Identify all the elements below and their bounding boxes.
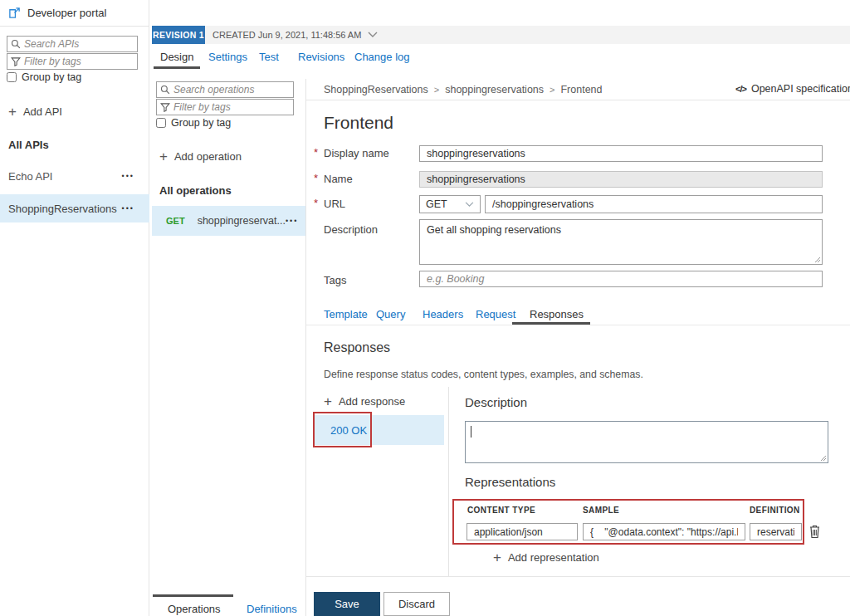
search-apis-input[interactable] bbox=[24, 38, 134, 50]
responses-subtitle: Define response status codes, content ty… bbox=[324, 369, 643, 380]
developer-portal-label: Developer portal bbox=[27, 7, 106, 19]
subtab-divider bbox=[306, 325, 850, 325]
filter-apis-input[interactable] bbox=[24, 56, 134, 67]
content-type-input[interactable] bbox=[467, 523, 578, 540]
column-header-sample: SAMPLE bbox=[583, 506, 619, 515]
add-representation-label: Add representation bbox=[508, 551, 599, 564]
responses-vertical-divider bbox=[448, 387, 449, 577]
definition-input[interactable] bbox=[750, 523, 802, 540]
developer-portal-link[interactable]: Developer portal bbox=[8, 7, 106, 19]
filter-operations-input[interactable] bbox=[173, 101, 290, 113]
group-by-tag-row: Group by tag bbox=[7, 71, 81, 83]
revision-created-bar[interactable]: CREATED Jun 9, 2021, 11:48:56 AM bbox=[205, 26, 850, 44]
tab-revisions[interactable]: Revisions bbox=[298, 51, 344, 63]
add-operation-button[interactable]: + Add operation bbox=[159, 149, 242, 164]
tab-settings[interactable]: Settings bbox=[208, 51, 247, 63]
tab-change-log[interactable]: Change log bbox=[354, 51, 410, 63]
filter-icon bbox=[160, 102, 170, 112]
subtab-template[interactable]: Template bbox=[324, 308, 368, 320]
plus-icon: + bbox=[493, 550, 501, 565]
response-description-textarea[interactable] bbox=[465, 421, 828, 463]
url-label: URL bbox=[324, 198, 345, 210]
page-title: Frontend bbox=[324, 113, 393, 133]
tags-input[interactable] bbox=[419, 271, 823, 287]
description-label: Description bbox=[324, 223, 378, 236]
revision-created-text: CREATED Jun 9, 2021, 11:48:56 AM bbox=[212, 30, 361, 40]
all-apis-heading: All APIs bbox=[8, 139, 49, 151]
search-apis-box bbox=[7, 36, 138, 52]
required-marker: * bbox=[314, 146, 318, 159]
subtab-responses[interactable]: Responses bbox=[530, 308, 584, 320]
add-api-button[interactable]: + Add API bbox=[8, 105, 62, 119]
operations-footer-active-bar bbox=[153, 594, 233, 597]
revision-badge: REVISION 1 bbox=[152, 26, 205, 44]
add-representation-button[interactable]: + Add representation bbox=[493, 550, 599, 565]
api-list-item-echo[interactable]: Echo API ••• bbox=[0, 164, 149, 188]
openapi-link-label: OpenAPI specification View bbox=[751, 83, 850, 95]
plus-icon: + bbox=[159, 149, 168, 164]
filter-icon bbox=[11, 56, 21, 66]
search-operations-box bbox=[156, 81, 294, 98]
add-api-label: Add API bbox=[23, 105, 62, 118]
search-operations-input[interactable] bbox=[173, 84, 290, 95]
search-icon bbox=[11, 39, 21, 49]
group-by-tag-label: Group by tag bbox=[171, 117, 231, 129]
external-link-icon bbox=[8, 7, 21, 19]
more-options-icon[interactable]: ••• bbox=[122, 204, 134, 213]
response-list-item-200[interactable]: 200 OK bbox=[314, 415, 444, 445]
required-marker: * bbox=[314, 172, 318, 184]
add-response-label: Add response bbox=[339, 395, 405, 408]
footer-divider bbox=[306, 576, 850, 577]
add-operation-label: Add operation bbox=[174, 150, 242, 163]
group-by-tag-checkbox[interactable] bbox=[7, 72, 17, 82]
breadcrumb-separator: > bbox=[550, 85, 554, 95]
footer-tab-definitions[interactable]: Definitions bbox=[247, 603, 297, 615]
openapi-specification-link[interactable]: </> OpenAPI specification View bbox=[735, 83, 850, 95]
tab-test[interactable]: Test bbox=[259, 51, 279, 63]
response-description-heading: Description bbox=[465, 395, 527, 409]
operation-list-item-get[interactable]: GET shoppingreservat... ••• bbox=[152, 206, 305, 236]
subtab-headers[interactable]: Headers bbox=[423, 308, 463, 320]
save-button[interactable]: Save bbox=[314, 592, 380, 616]
breadcrumb-item-operation[interactable]: shoppingreservations bbox=[445, 84, 544, 95]
footer-tab-operations[interactable]: Operations bbox=[168, 603, 221, 615]
add-response-button[interactable]: + Add response bbox=[324, 394, 405, 408]
all-operations-heading: All operations bbox=[159, 184, 232, 197]
active-tab-underline bbox=[154, 66, 200, 69]
filter-operations-box bbox=[156, 99, 294, 115]
http-method-select[interactable]: GET bbox=[419, 195, 481, 213]
operation-name: shoppingreservat... bbox=[198, 215, 286, 227]
breadcrumb-item-frontend: Frontend bbox=[560, 84, 602, 95]
plus-icon: + bbox=[324, 394, 332, 408]
filter-apis-box bbox=[7, 53, 138, 70]
name-label: Name bbox=[324, 173, 353, 185]
api-name: ShoppingReservations bbox=[8, 203, 122, 215]
breadcrumb-separator: > bbox=[434, 85, 439, 95]
subtab-request[interactable]: Request bbox=[476, 308, 515, 320]
breadcrumb: ShoppingReservations > shoppingreservati… bbox=[324, 84, 603, 95]
tab-design[interactable]: Design bbox=[160, 51, 193, 63]
chevron-down-icon bbox=[465, 202, 474, 208]
chevron-down-icon bbox=[368, 32, 378, 38]
display-name-input[interactable] bbox=[419, 145, 823, 162]
description-textarea[interactable]: Get all shopping reservations bbox=[419, 219, 823, 265]
name-input bbox=[419, 171, 823, 188]
plus-icon: + bbox=[8, 105, 17, 119]
delete-representation-button[interactable] bbox=[808, 524, 822, 540]
url-input[interactable] bbox=[485, 195, 823, 213]
subtab-query[interactable]: Query bbox=[376, 308, 405, 320]
api-list-item-shoppingreservations[interactable]: ShoppingReservations ••• bbox=[0, 194, 149, 222]
discard-button[interactable]: Discard bbox=[383, 592, 450, 616]
responses-heading: Responses bbox=[324, 340, 390, 355]
more-options-icon[interactable]: ••• bbox=[122, 172, 134, 180]
tags-label: Tags bbox=[324, 274, 346, 286]
search-icon bbox=[160, 85, 170, 95]
display-name-label: Display name bbox=[324, 147, 389, 159]
group-by-tag-checkbox[interactable] bbox=[156, 118, 166, 128]
sample-input[interactable] bbox=[583, 523, 745, 540]
operations-panel-border bbox=[305, 79, 306, 616]
breadcrumb-item-api[interactable]: ShoppingReservations bbox=[324, 84, 428, 95]
group-by-tag-row: Group by tag bbox=[156, 117, 231, 129]
column-header-content-type: CONTENT TYPE bbox=[467, 506, 535, 515]
more-options-icon[interactable]: ••• bbox=[286, 217, 298, 225]
